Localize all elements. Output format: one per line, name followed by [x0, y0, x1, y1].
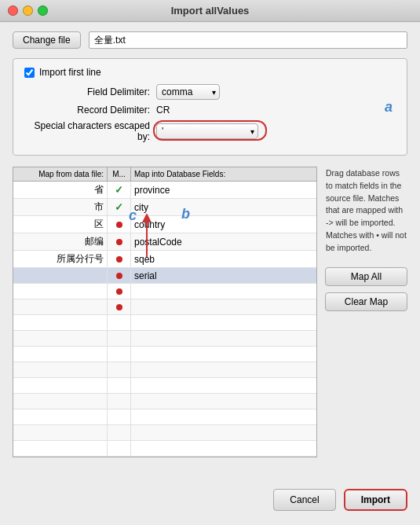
status-cell: [108, 251, 131, 267]
record-delimiter-value: CR: [156, 105, 170, 116]
table-row[interactable]: [13, 315, 316, 331]
status-cell: [108, 441, 131, 456]
import-button[interactable]: Import: [344, 489, 407, 511]
to-cell: province: [131, 182, 316, 198]
maximize-button[interactable]: [38, 6, 48, 16]
table-row[interactable]: [13, 441, 316, 457]
table-row[interactable]: [13, 347, 316, 362]
to-cell: [131, 394, 316, 409]
from-cell: [13, 268, 108, 283]
status-cell: [108, 362, 131, 377]
from-cell: [13, 284, 108, 299]
cancel-button[interactable]: Cancel: [273, 489, 335, 511]
special-chars-select[interactable]: ' " \: [156, 123, 258, 139]
window-controls[interactable]: [8, 6, 48, 16]
import-first-line-checkbox[interactable]: [24, 68, 35, 78]
to-cell: [131, 441, 316, 456]
map-all-button[interactable]: Map All: [325, 267, 407, 286]
to-cell: sqeb: [131, 251, 316, 267]
table-row[interactable]: [13, 378, 316, 394]
minimize-button[interactable]: [23, 6, 33, 16]
close-button[interactable]: [8, 6, 18, 16]
table-row[interactable]: 省✓province: [13, 182, 316, 199]
table-row[interactable]: 所属分行号sqeb: [13, 251, 316, 268]
to-cell: [131, 315, 316, 330]
status-cell: [108, 299, 131, 314]
to-cell: serial: [131, 268, 316, 283]
status-cell: [108, 394, 131, 409]
change-file-button[interactable]: Change file: [13, 31, 81, 49]
table-row[interactable]: [13, 425, 316, 441]
table-row[interactable]: 邮编postalCode: [13, 233, 316, 251]
table-row[interactable]: [13, 299, 316, 315]
status-cell: [108, 409, 131, 424]
header-to: Map into Database Fields:: [131, 167, 316, 181]
from-cell: 所属分行号: [13, 251, 108, 267]
side-info-text: Drag database rows to match fields in th…: [325, 167, 407, 255]
table-row[interactable]: 市✓city: [13, 199, 316, 216]
clear-map-button[interactable]: Clear Map: [325, 292, 407, 311]
to-cell: city: [131, 199, 316, 215]
status-cell: [108, 378, 131, 393]
to-cell: [131, 284, 316, 299]
to-cell: [131, 425, 316, 440]
mapping-header: Map from data file: M... Map into Databa…: [13, 167, 316, 182]
to-cell: country: [131, 216, 316, 233]
status-cell: [108, 425, 131, 440]
side-buttons: Map All Clear Map: [325, 267, 407, 311]
table-row[interactable]: serial: [13, 268, 316, 284]
main-content: Change file Import first line Field Deli…: [0, 22, 420, 475]
from-cell: [13, 331, 108, 346]
from-cell: [13, 315, 108, 330]
from-cell: [13, 409, 108, 424]
field-delimiter-select[interactable]: comma tab semicolon: [156, 84, 220, 100]
status-cell: [108, 315, 131, 330]
window-title: Import allValues: [171, 5, 250, 17]
file-name-input[interactable]: [89, 31, 407, 49]
record-delimiter-label: Record Delimiter:: [24, 105, 150, 116]
record-delimiter-row: Record Delimiter: CR: [24, 105, 396, 116]
field-delimiter-row: Field Delimiter: comma tab semicolon: [24, 84, 396, 100]
status-cell: ✓: [108, 199, 131, 215]
to-cell: [131, 299, 316, 314]
special-chars-label: Special characters escaped by:: [24, 120, 150, 142]
from-cell: [13, 347, 108, 362]
status-cell: [108, 233, 131, 250]
import-first-line-row: Import first line: [24, 67, 396, 78]
file-row: Change file: [13, 31, 407, 49]
from-cell: 省: [13, 182, 108, 198]
to-cell: [131, 347, 316, 362]
table-row[interactable]: [13, 362, 316, 378]
to-cell: [131, 362, 316, 377]
table-row[interactable]: [13, 394, 316, 409]
from-cell: 邮编: [13, 233, 108, 250]
import-first-line-label: Import first line: [39, 67, 101, 78]
header-from: Map from data file:: [13, 167, 108, 181]
table-row[interactable]: [13, 284, 316, 299]
mapping-table: Map from data file: M... Map into Databa…: [13, 167, 317, 457]
to-cell: [131, 331, 316, 346]
to-cell: postalCode: [131, 233, 316, 250]
from-cell: [13, 425, 108, 440]
special-chars-row: Special characters escaped by: ' " \: [24, 120, 396, 142]
from-cell: [13, 441, 108, 456]
title-bar: Import allValues: [0, 0, 420, 22]
to-cell: [131, 409, 316, 424]
from-cell: [13, 378, 108, 393]
table-row[interactable]: [13, 409, 316, 425]
bottom-buttons: Cancel Import: [0, 483, 420, 517]
table-row[interactable]: [13, 331, 316, 347]
status-cell: [108, 347, 131, 362]
status-cell: [108, 284, 131, 299]
from-cell: [13, 299, 108, 314]
from-cell: [13, 362, 108, 377]
from-cell: 市: [13, 199, 108, 215]
from-cell: [13, 394, 108, 409]
from-cell: 区: [13, 216, 108, 233]
field-delimiter-wrapper: comma tab semicolon: [156, 84, 220, 100]
status-cell: [108, 331, 131, 346]
options-box: Import first line Field Delimiter: comma…: [13, 58, 407, 156]
status-cell: ✓: [108, 182, 131, 198]
table-row[interactable]: 区country: [13, 216, 316, 233]
header-mid: M...: [108, 167, 131, 181]
